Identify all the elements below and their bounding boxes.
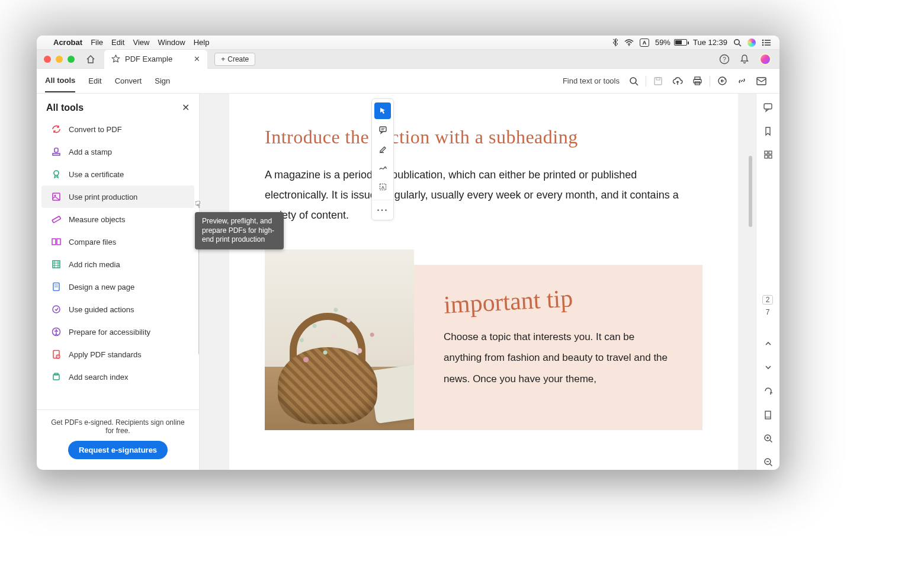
profile-avatar[interactable] [759, 53, 771, 65]
sidebar-item-search-index[interactable]: Add search index [37, 366, 199, 388]
tab-close-button[interactable]: ✕ [194, 55, 200, 63]
sidebar-item-label: Use guided actions [69, 305, 134, 314]
menubar-clock[interactable]: Tue 12:39 [693, 38, 727, 47]
sidebar-item-design-page[interactable]: Design a new page [37, 276, 199, 298]
sidebar-close-button[interactable]: ✕ [182, 102, 190, 113]
sidebar-footer: Get PDFs e-signed. Recipients sign onlin… [37, 409, 199, 470]
mail-icon[interactable] [756, 77, 766, 85]
sidebar-item-label: Apply PDF standards [69, 350, 142, 359]
window-zoom-button[interactable] [68, 56, 75, 63]
nav-edit[interactable]: Edit [88, 70, 101, 92]
notification-center-icon[interactable] [762, 39, 771, 46]
svg-rect-13 [654, 78, 662, 85]
bookmarks-panel-button[interactable] [761, 123, 776, 139]
selection-tool-button[interactable] [374, 102, 391, 119]
guided-icon [51, 304, 62, 315]
request-esignatures-button[interactable]: Request e-signatures [68, 441, 168, 459]
nav-convert[interactable]: Convert [115, 70, 142, 92]
print-icon[interactable] [692, 76, 702, 86]
app-window: Acrobat File Edit View Window Help A 59%… [37, 36, 779, 470]
wifi-icon[interactable] [624, 39, 634, 46]
bell-icon[interactable] [739, 54, 750, 65]
page-down-button[interactable] [761, 360, 776, 375]
sidebar-title: All tools [46, 102, 84, 113]
sidebar-item-label: Add a stamp [69, 148, 112, 156]
sidebar-item-add-stamp[interactable]: Add a stamp [37, 140, 199, 163]
sidebar-item-compare[interactable]: Compare files [37, 230, 199, 253]
pointer-cursor-icon: ☟ [195, 199, 201, 210]
help-icon[interactable]: ? [719, 54, 730, 65]
document-tab[interactable]: PDF Example ✕ [104, 50, 207, 69]
menu-help[interactable]: Help [194, 38, 210, 47]
page-heading: Introduce the section with a subheading [265, 126, 702, 148]
index-icon [51, 371, 62, 382]
draw-tool-button[interactable] [374, 159, 391, 176]
search-icon[interactable] [629, 76, 639, 86]
link-icon[interactable] [737, 76, 747, 86]
menu-view[interactable]: View [133, 38, 149, 47]
nav-sign[interactable]: Sign [155, 70, 170, 92]
cloud-upload-icon[interactable] [672, 76, 683, 86]
spotlight-icon[interactable] [733, 39, 742, 47]
page-current[interactable]: 2 [762, 295, 773, 305]
more-tools-button[interactable]: ··· [372, 200, 393, 216]
svg-rect-53 [765, 155, 768, 158]
page-display-button[interactable] [761, 407, 776, 422]
window-minimize-button[interactable] [56, 56, 63, 63]
keyboard-indicator[interactable]: A [640, 39, 649, 47]
sidebar-item-print-production[interactable]: Use print production [41, 185, 194, 208]
sidebar-item-guided-actions[interactable]: Use guided actions [37, 298, 199, 321]
page-total: 7 [766, 308, 770, 316]
text-tool-button[interactable]: A [374, 178, 391, 195]
app-body: All tools ✕ Convert to PDF Add a stamp U… [37, 94, 779, 470]
control-center-icon[interactable] [747, 39, 756, 47]
window-close-button[interactable] [44, 56, 51, 63]
svg-point-38 [56, 329, 57, 331]
zoom-out-button[interactable] [761, 454, 776, 470]
svg-point-7 [762, 44, 764, 46]
page-up-button[interactable] [761, 336, 776, 351]
sidebar-item-use-certificate[interactable]: Use a certificate [37, 163, 199, 185]
nav-all-tools[interactable]: All tools [45, 69, 75, 92]
rotate-button[interactable] [761, 383, 776, 399]
save-icon [653, 76, 663, 86]
home-button[interactable] [85, 54, 96, 65]
sidebar-item-accessibility[interactable]: Prepare for accessibility [37, 321, 199, 343]
sidebar-item-label: Convert to PDF [69, 125, 122, 134]
document-scrollbar[interactable] [749, 94, 752, 470]
star-icon[interactable] [111, 55, 120, 63]
menu-edit[interactable]: Edit [111, 38, 124, 47]
menu-window[interactable]: Window [158, 38, 185, 47]
thumbnails-panel-button[interactable] [761, 147, 776, 162]
sidebar-item-pdf-standards[interactable]: AApply PDF standards [37, 343, 199, 366]
menu-file[interactable]: File [91, 38, 103, 47]
document-viewport[interactable]: A ··· Introduce the section with a subhe… [200, 94, 756, 470]
tip-text: Choose a topic that interests you. It ca… [444, 326, 673, 390]
tip-block: important tip Choose a topic that intere… [265, 249, 702, 430]
basket-photo [265, 249, 414, 430]
svg-rect-52 [769, 151, 772, 154]
tooltip: Preview, preflight, and prepare PDFs for… [195, 212, 284, 249]
tip-box: important tip Choose a topic that intere… [414, 265, 702, 430]
zoom-in-button[interactable] [761, 431, 776, 446]
comment-tool-button[interactable] [374, 121, 391, 138]
sidebar-item-label: Prepare for accessibility [69, 328, 150, 337]
tip-label: important tip [443, 284, 573, 319]
highlight-tool-button[interactable] [374, 140, 391, 157]
sidebar-item-convert-to-pdf[interactable]: Convert to PDF [37, 118, 199, 140]
svg-rect-55 [765, 411, 771, 419]
share-icon[interactable] [717, 76, 727, 86]
menubar-app-name[interactable]: Acrobat [53, 38, 82, 47]
plus-icon: + [221, 55, 225, 63]
comments-panel-button[interactable] [761, 100, 776, 115]
svg-rect-44 [380, 127, 386, 132]
create-button[interactable]: + Create [214, 53, 255, 66]
media-icon [51, 259, 62, 270]
sidebar-item-measure[interactable]: Measure objects [37, 208, 199, 230]
page-indicator: 2 7 [762, 295, 773, 320]
bluetooth-icon[interactable] [612, 39, 618, 47]
esign-promo-text: Get PDFs e-signed. Recipients sign onlin… [47, 418, 188, 435]
battery-icon[interactable] [674, 39, 687, 46]
sidebar-item-rich-media[interactable]: Add rich media [37, 253, 199, 276]
sidebar-scrollbar[interactable] [198, 242, 199, 355]
